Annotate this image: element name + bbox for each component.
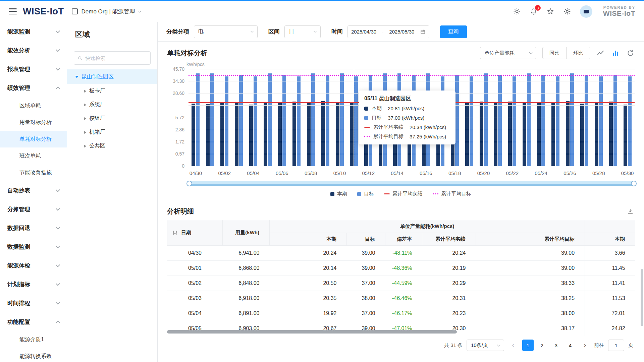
sidebar-item[interactable]: 计划指标 (0, 275, 67, 294)
sidebar-item[interactable]: 自动抄表 (0, 181, 67, 200)
page-button[interactable]: 1 (522, 340, 534, 351)
sidebar-item-label: 能源转换系数 (19, 353, 52, 360)
tree-node[interactable]: 公共区 (67, 139, 157, 153)
sidebar-item-label: 节能改善措施 (19, 169, 52, 176)
sidebar-subitem[interactable]: 区域单耗 (0, 97, 67, 114)
sidebar-item[interactable]: 能源监测 (0, 22, 67, 41)
region-search-input[interactable] (85, 55, 147, 61)
user-avatar[interactable] (580, 5, 592, 18)
bar-target (311, 73, 315, 166)
table-cell: -48.11% (385, 246, 422, 261)
sidebar-item-label: 能源监测 (7, 28, 30, 36)
favorites-star-icon[interactable] (546, 7, 554, 15)
tree-node[interactable]: 模组厂 (67, 112, 157, 125)
sidebar-item[interactable]: 报表管理 (0, 60, 67, 78)
chevron-down-icon (56, 48, 60, 52)
category-select[interactable]: 电 (194, 25, 258, 38)
page-button[interactable]: 4 (565, 340, 576, 351)
sidebar-item[interactable]: 绩效管理 (0, 78, 67, 97)
table-row[interactable]: 05/016,868.0020.1439.00-48.36%20.1939.00… (167, 261, 635, 276)
table-cell: 20.24 (270, 246, 347, 261)
hamburger-menu-icon[interactable] (9, 8, 17, 14)
bar-target (470, 76, 473, 166)
bar-target (297, 76, 301, 166)
sidebar-item[interactable]: 能效分析 (0, 41, 67, 60)
theme-icon[interactable] (513, 7, 521, 15)
tree-node[interactable]: 板卡厂 (67, 84, 157, 98)
chart-zoom-slider[interactable] (189, 181, 635, 186)
slider-handle-left[interactable] (186, 181, 192, 186)
table-cell: 20.35 (270, 291, 347, 306)
sidebar-item-label: 时间排程 (7, 299, 30, 307)
x-axis-tick: 05/08 (305, 170, 317, 176)
legend-item[interactable]: 目标 (357, 191, 374, 197)
y-axis-tick: 1.72 (175, 139, 184, 144)
sidebar-item[interactable]: 时间排程 (0, 294, 67, 312)
sidebar-item[interactable]: 分摊管理 (0, 200, 67, 219)
goto-page-input[interactable] (608, 340, 624, 351)
line-chart-icon[interactable] (596, 49, 605, 57)
powered-by-line1: POWERED BY (603, 5, 635, 10)
horizontal-scrollbar[interactable] (167, 330, 457, 334)
sidebar-item-label: 用量对标分析 (19, 119, 52, 126)
cumulative-target-line (189, 75, 635, 76)
sidebar-subitem[interactable]: 单耗对标分析 (0, 131, 67, 147)
legend-item[interactable]: 累计平均实绩 (384, 191, 423, 197)
page-button[interactable]: 3 (550, 340, 562, 351)
bar-target (556, 76, 559, 166)
table-cell: 38.33 (476, 276, 585, 291)
interval-select[interactable]: 日 (284, 25, 321, 38)
bar-chart-icon[interactable] (611, 49, 620, 57)
sidebar-item[interactable]: 功能配置 (0, 312, 67, 331)
sidebar-item[interactable]: 数据监测 (0, 237, 67, 256)
compare-toggle-group: 同比 环比 (542, 47, 590, 59)
page-button[interactable]: 2 (536, 340, 548, 351)
notifications-bell-icon[interactable]: 3 (530, 7, 538, 15)
slider-handle-right[interactable] (631, 181, 637, 186)
goto-suffix: 页 (628, 342, 633, 349)
sidebar-subitem[interactable]: 能源转换系数 (0, 348, 67, 362)
tree-node-root[interactable]: 昆山制造园区 (67, 69, 157, 84)
x-axis-tick: 05/18 (448, 170, 461, 176)
page-size-select[interactable]: 10条/页 (467, 340, 504, 351)
bar-light-marker (364, 116, 368, 120)
line-magenta-marker (433, 193, 438, 194)
sidebar-subitem[interactable]: 用量对标分析 (0, 114, 67, 131)
sidebar-subitem[interactable]: 班次单耗 (0, 147, 67, 164)
col-header: 本期 (585, 233, 635, 246)
tree-node-label: 板卡厂 (89, 87, 105, 95)
next-page-button[interactable]: › (580, 340, 590, 351)
sidebar-subitem[interactable]: 节能改善措施 (0, 164, 67, 181)
table-row[interactable]: 05/026,848.0020.5037.00-44.59%20.2938.33… (167, 276, 635, 291)
table-cell: 05/04 (167, 306, 223, 321)
vertical-scrollbar[interactable] (641, 269, 643, 326)
sidebar-subitem[interactable]: 能源介质1 (0, 331, 67, 348)
table-cell: 20.67 (270, 321, 347, 336)
legend-item[interactable]: 累计平均目标 (433, 191, 471, 197)
gridline (189, 81, 635, 81)
bar-current (595, 102, 598, 166)
sort-filter-icon[interactable] (172, 230, 178, 236)
table-row[interactable]: 04/306,941.0020.2439.00-48.11%20.2439.00… (167, 246, 635, 261)
refresh-icon[interactable] (626, 49, 635, 57)
region-search[interactable] (74, 51, 151, 65)
query-button[interactable]: 查询 (440, 25, 467, 38)
legend-item[interactable]: 本期 (330, 191, 347, 197)
tree-node[interactable]: 系统厂 (67, 98, 157, 112)
mom-button[interactable]: 环比 (567, 47, 590, 59)
sidebar-item[interactable]: 能源体检 (0, 256, 67, 275)
sidebar-item[interactable]: 数据回退 (0, 219, 67, 237)
tree-node[interactable]: 机箱厂 (67, 125, 157, 139)
org-selector[interactable]: Demo Org | 能源管理 (72, 8, 141, 15)
metric-select[interactable]: 单位产量能耗 (480, 47, 536, 59)
table-row[interactable]: 05/036,918.0020.3538.00-46.46%20.3138.25… (167, 291, 635, 306)
table-row[interactable]: 05/046,891.0019.9237.00-46.17%20.2338.00… (167, 306, 635, 321)
download-icon[interactable] (626, 207, 635, 216)
table-row[interactable]: 05/056,903.0020.6739.00-47.01%20.3038.17… (167, 321, 635, 336)
prev-page-button[interactable]: ‹ (508, 340, 518, 351)
bar-current (235, 103, 238, 166)
sidebar-item-label: 班次单耗 (19, 153, 41, 160)
date-range-picker[interactable]: 2025/04/30 - 2025/05/30 (347, 25, 429, 38)
yoy-button[interactable]: 同比 (542, 47, 567, 59)
settings-gear-icon[interactable] (563, 7, 571, 15)
